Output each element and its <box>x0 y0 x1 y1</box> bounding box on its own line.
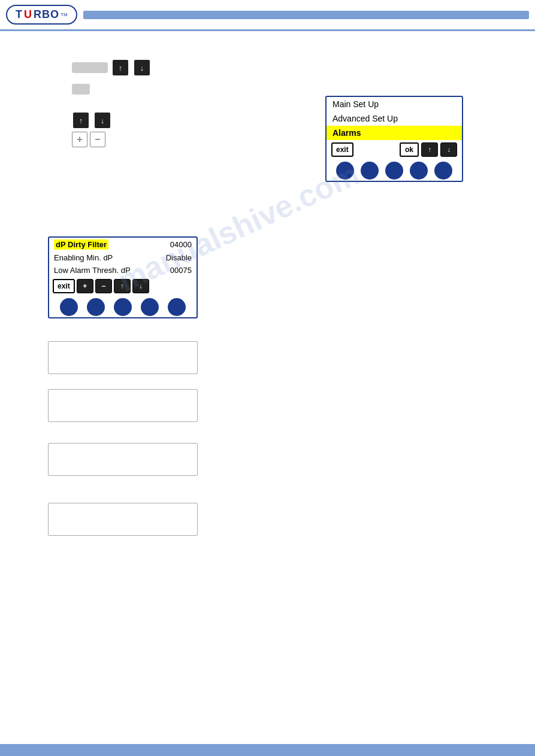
ghost-row2: ↑ ↓ <box>72 113 151 128</box>
plus-minus-row: + − <box>72 132 151 147</box>
empty-box-1 <box>48 341 198 374</box>
menu-main-setup: Main Set Up <box>327 97 462 111</box>
menu-circles-row <box>327 159 462 181</box>
logo-text-rbo: RBO <box>34 8 59 21</box>
circle-4[interactable] <box>141 298 159 316</box>
low-alarm-thresh-label: Low Alarm Thresh. dP <box>54 266 131 275</box>
menu-alarms[interactable]: Alarms <box>327 126 462 140</box>
footer-bar <box>0 744 535 756</box>
menu-circle-4[interactable] <box>410 162 428 180</box>
logo-oval: T U RBO TM <box>6 5 77 25</box>
plus-btn[interactable]: + <box>72 132 87 147</box>
dp-dirty-filter-label: dP Dirty Filter <box>54 239 108 250</box>
menu-up-btn[interactable]: ↑ <box>421 142 438 157</box>
display-row-2: Enabling Min. dP Disable <box>49 251 197 264</box>
enabling-min-dp-label: Enabling Min. dP <box>54 253 113 262</box>
ghost-rect1 <box>72 62 108 73</box>
display-plus-btn[interactable]: + <box>77 279 93 293</box>
circle-5[interactable] <box>168 298 186 316</box>
menu-circle-3[interactable] <box>385 162 403 180</box>
menu-exit-btn[interactable]: exit <box>331 142 353 157</box>
header-bar <box>83 11 529 19</box>
menu-btn-row: exit ok ↑ ↓ <box>327 140 462 159</box>
logo-tm: TM <box>61 12 68 17</box>
ghost-row1: ↑ ↓ <box>72 60 151 75</box>
dp-dirty-filter-value: 04000 <box>170 240 192 249</box>
menu-circle-5[interactable] <box>434 162 452 180</box>
display-btn-row: exit + − ↑ ↓ <box>49 277 197 296</box>
ghost-rect2 <box>72 84 90 95</box>
circle-1[interactable] <box>60 298 78 316</box>
circle-3[interactable] <box>114 298 132 316</box>
minus-btn[interactable]: − <box>90 132 105 147</box>
display-exit-btn[interactable]: exit <box>53 279 75 293</box>
menu-panel: Main Set Up Advanced Set Up Alarms exit … <box>325 96 463 182</box>
display-panel: dP Dirty Filter 04000 Enabling Min. dP D… <box>48 236 198 318</box>
circle-2[interactable] <box>87 298 105 316</box>
ghost-down-arrow2[interactable]: ↓ <box>95 113 110 128</box>
display-up-btn[interactable]: ↑ <box>114 279 131 293</box>
empty-box-4 <box>48 503 198 536</box>
display-row-1: dP Dirty Filter 04000 <box>49 238 197 251</box>
menu-ok-btn[interactable]: ok <box>400 142 419 157</box>
left-ghost-panel: ↑ ↓ ↑ ↓ + − <box>72 60 151 147</box>
empty-box-2 <box>48 389 198 422</box>
ghost-down-arrow[interactable]: ↓ <box>134 60 150 75</box>
menu-circle-2[interactable] <box>361 162 379 180</box>
display-down-btn[interactable]: ↓ <box>132 279 149 293</box>
menu-down-btn[interactable]: ↓ <box>440 142 457 157</box>
ghost-up-arrow[interactable]: ↑ <box>113 60 128 75</box>
logo-text-t: T <box>16 8 23 21</box>
menu-circle-1[interactable] <box>336 162 354 180</box>
low-alarm-thresh-value: 00075 <box>170 266 192 275</box>
display-circles-row <box>49 296 197 317</box>
menu-advanced-setup: Advanced Set Up <box>327 111 462 126</box>
ghost-up-arrow2[interactable]: ↑ <box>73 113 89 128</box>
enabling-min-dp-value: Disable <box>166 253 192 262</box>
display-minus-btn[interactable]: − <box>95 279 112 293</box>
header: T U RBO TM <box>0 0 535 31</box>
empty-box-3 <box>48 443 198 476</box>
display-row-3: Low Alarm Thresh. dP 00075 <box>49 264 197 277</box>
logo: T U RBO TM <box>6 5 77 25</box>
logo-text-u: U <box>24 8 32 21</box>
